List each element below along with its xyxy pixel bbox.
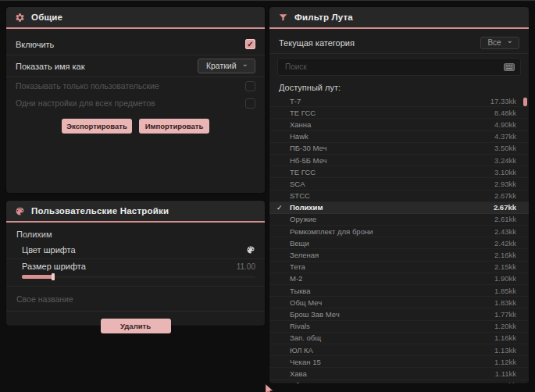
loot-row[interactable]: ✓ STCC 2.67kk (269, 191, 529, 202)
loot-row[interactable]: ✓ Общ Меч 1.83kk (269, 297, 529, 308)
same-settings-checkbox[interactable] (245, 98, 255, 109)
loot-item-value: 1.13kk (494, 346, 516, 355)
loot-row[interactable]: ✓ Тыква 1.85kk (269, 285, 529, 297)
slider-handle[interactable] (52, 273, 55, 280)
loot-row[interactable]: ✓ Т-7 17.33kk (269, 95, 529, 107)
funnel-icon (278, 12, 288, 23)
loot-row[interactable]: ✓ Брош Зав Меч 1.77kk (269, 308, 529, 320)
search-box (277, 58, 521, 76)
loot-item-value: 1.12kk (494, 358, 516, 366)
font-size-value: 11.00 (237, 262, 255, 271)
loot-item-name: Rivals (290, 322, 494, 330)
loot-item-value: 3.50kk (494, 144, 516, 152)
loot-item-name: Зеленая (290, 251, 494, 259)
loot-scrollbar[interactable] (523, 96, 527, 383)
loot-row[interactable]: ✓ Rivals 1.20kk (269, 321, 529, 333)
general-panel-title: Общие (31, 12, 62, 22)
gear-icon (15, 12, 25, 23)
custom-settings-header: Пользовательские Настройки (6, 201, 265, 221)
loot-item-value: 3.24kk (494, 156, 516, 165)
import-button[interactable]: Импортировать (139, 119, 209, 134)
loot-row[interactable]: ✓ Ремкомплект для брони 2.43kk (269, 226, 529, 237)
enable-label: Включить (16, 40, 54, 49)
same-settings-label: Одни настройки для всех предметов (16, 98, 155, 108)
loot-item-name: Тета (290, 262, 494, 271)
loot-row[interactable]: ✓ Нб-5Б Меч 3.24kk (269, 155, 529, 166)
custom-name-row (6, 287, 265, 312)
loot-list-wrap: ✓ Т-7 17.33kk ✓ ТЕ ГСС 8.48kk ✓ Ханна 4.… (269, 95, 529, 383)
loot-row[interactable]: ✓ ЮЛ КА 1.13kk (269, 344, 529, 356)
loot-item-value: 2.43kk (494, 227, 516, 236)
enable-checkbox[interactable]: ✓ (245, 39, 255, 49)
loot-item-name: Ремкомплект для брони (290, 227, 494, 236)
loot-item-value: 2.67kk (494, 191, 516, 200)
custom-name-input[interactable] (16, 293, 255, 305)
loot-filter-header: Фильтр Лута (269, 7, 529, 27)
delete-button[interactable]: Удалить (101, 319, 171, 333)
category-dropdown[interactable]: Все ⌄ (480, 37, 519, 49)
loot-item-name: Чекан 15 (290, 358, 494, 366)
loot-row[interactable]: ✓ Нб-ПКПМ Меч 1.10kk (269, 380, 529, 384)
loot-item-value: 3.10kk (494, 168, 516, 176)
loot-item-value: 1.16kk (494, 333, 516, 342)
general-panel-header: Общие (6, 7, 265, 27)
loot-row[interactable]: ✓ ТЕ ГСС 3.10kk (269, 166, 529, 178)
loot-row[interactable]: ✓ Оружие 2.61kk (269, 214, 529, 226)
loot-item-name: Вещи (290, 239, 494, 248)
loot-item-value: 4.37kk (494, 132, 516, 141)
category-row: Текущая категория Все ⌄ (269, 32, 529, 54)
loot-item-value: 2.67kk (494, 203, 516, 212)
loot-item-name: ТЕ ГСС (290, 168, 494, 176)
font-size-slider[interactable] (22, 273, 255, 280)
loot-row[interactable]: ✓ ПБ-30 Меч 3.50kk (269, 143, 529, 155)
font-color-label: Цвет шрифта (22, 245, 76, 255)
loot-item-value: 8.48kk (494, 109, 516, 117)
loot-row[interactable]: ✓ Полихим 2.67kk (269, 202, 529, 214)
keyboard-icon[interactable] (504, 63, 515, 71)
same-settings-row: Одни настройки для всех предметов (6, 94, 265, 112)
loot-item-value: 2.15kk (494, 262, 516, 271)
font-size-label: Размер шрифта (22, 262, 86, 271)
loot-row[interactable]: ✓ Вещи 2.42kk (269, 237, 529, 249)
name-mode-row: Показать имя как Краткий ⌄ (6, 55, 265, 77)
loot-row[interactable]: ✓ Чекан 15 1.12kk (269, 356, 529, 368)
loot-row[interactable]: ✓ Зап. общ 1.16kk (269, 333, 529, 344)
loot-item-name: STCC (290, 191, 494, 200)
scrollbar-thumb[interactable] (523, 98, 527, 106)
only-custom-checkbox[interactable] (245, 81, 255, 91)
custom-settings-title: Пользовательские Настройки (31, 206, 169, 216)
slider-fill (22, 275, 53, 279)
palette-icon (15, 206, 25, 216)
only-custom-label: Показывать только пользовательские (16, 81, 159, 91)
loot-row[interactable]: ✓ SCA 2.93kk (269, 178, 529, 190)
color-palette-icon[interactable] (246, 245, 255, 255)
loot-row[interactable]: ✓ Тета 2.15kk (269, 262, 529, 273)
loot-filter-title: Фильтр Лута (294, 12, 353, 22)
loot-row[interactable]: ✓ Зеленая 2.16kk (269, 249, 529, 261)
loot-item-name: М-2 (290, 274, 494, 283)
mod-settings-screen: Общие Включить ✓ Показать имя как Кратки… (0, 0, 535, 392)
export-button[interactable]: Экспортировать (62, 119, 132, 134)
loot-item-name: SCA (290, 180, 494, 188)
loot-row[interactable]: ✓ Хава 1.11kk (269, 368, 529, 380)
search-input[interactable] (284, 62, 504, 72)
font-color-row: Цвет шрифта (6, 242, 265, 259)
loot-row[interactable]: ✓ М-2 1.90kk (269, 273, 529, 285)
loot-item-name: Хава (290, 369, 495, 378)
general-panel: Общие Включить ✓ Показать имя как Кратки… (6, 7, 265, 193)
loot-item-value: 1.77kk (494, 310, 516, 319)
name-mode-dropdown[interactable]: Краткий ⌄ (198, 59, 255, 73)
category-label: Текущая категория (279, 38, 355, 48)
name-mode-label: Показать имя как (16, 62, 85, 71)
loot-filter-panel: Фильтр Лута Текущая категория Все ⌄ Дост… (269, 7, 529, 383)
loot-row[interactable]: ✓ Ханна 4.90kk (269, 119, 529, 130)
loot-item-value: 17.33kk (490, 97, 516, 105)
loot-item-name: Зап. общ (290, 333, 494, 342)
loot-list: ✓ Т-7 17.33kk ✓ ТЕ ГСС 8.48kk ✓ Ханна 4.… (269, 95, 529, 383)
check-icon: ✓ (247, 41, 253, 48)
loot-item-name: Полихим (290, 203, 494, 212)
loot-item-value: 1.10kk (494, 381, 516, 383)
loot-row[interactable]: ✓ ТЕ ГСС 8.48kk (269, 107, 529, 119)
loot-row[interactable]: ✓ Hawk 4.37kk (269, 131, 529, 143)
chevron-down-icon: ⌄ (242, 62, 248, 66)
